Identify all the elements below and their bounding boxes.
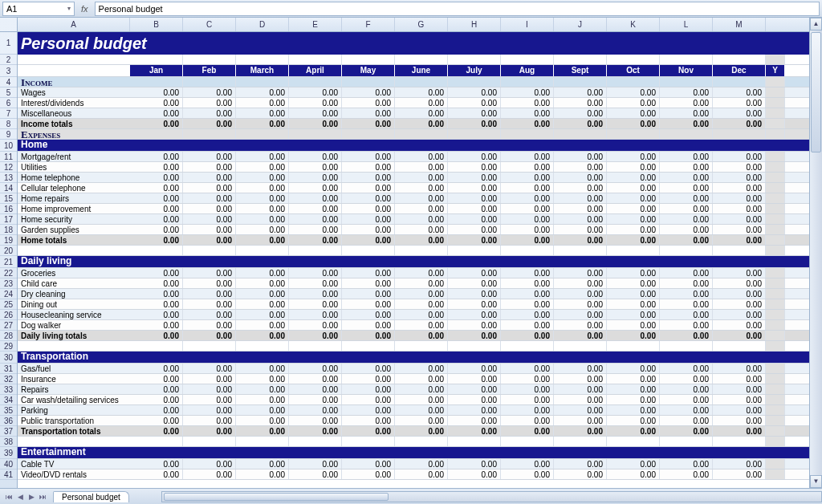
- name-box[interactable]: A1 ▾: [2, 2, 75, 16]
- data-cell[interactable]: 0.00: [236, 426, 289, 436]
- data-cell[interactable]: [448, 55, 501, 64]
- data-cell[interactable]: [766, 119, 785, 128]
- data-cell[interactable]: 0.00: [660, 108, 713, 118]
- data-cell[interactable]: [501, 341, 554, 351]
- data-cell[interactable]: 0.00: [236, 395, 289, 404]
- data-cell[interactable]: 0.00: [713, 152, 766, 161]
- data-cell[interactable]: 0.00: [236, 162, 289, 172]
- data-cell[interactable]: 0.00: [554, 98, 607, 108]
- data-cell[interactable]: 0.00: [501, 416, 554, 425]
- data-cell[interactable]: 0.00: [554, 289, 607, 299]
- data-cell[interactable]: [766, 214, 785, 224]
- data-cell[interactable]: 0.00: [607, 469, 660, 479]
- data-cell[interactable]: 0.00: [448, 374, 501, 384]
- data-cell[interactable]: 0.00: [607, 162, 660, 172]
- data-cell[interactable]: 0.00: [130, 459, 183, 469]
- data-cell[interactable]: 0.00: [607, 268, 660, 278]
- data-cell[interactable]: 0.00: [183, 225, 236, 234]
- data-cell[interactable]: 0.00: [395, 320, 448, 330]
- data-cell[interactable]: 0.00: [236, 310, 289, 319]
- data-cell[interactable]: [607, 246, 660, 255]
- data-cell[interactable]: 0.00: [713, 384, 766, 394]
- formula-input[interactable]: [95, 2, 820, 16]
- data-cell[interactable]: 0.00: [183, 173, 236, 182]
- data-cell[interactable]: 0.00: [183, 364, 236, 373]
- data-cell[interactable]: 0.00: [713, 426, 766, 436]
- data-cell[interactable]: 0.00: [448, 225, 501, 234]
- data-cell[interactable]: [183, 246, 236, 255]
- data-cell[interactable]: 0.00: [183, 384, 236, 394]
- data-cell[interactable]: 0.00: [660, 173, 713, 182]
- data-cell[interactable]: 0.00: [448, 98, 501, 108]
- data-cell[interactable]: [766, 246, 785, 255]
- data-cell[interactable]: 0.00: [236, 214, 289, 224]
- data-cell[interactable]: [766, 235, 785, 245]
- data-cell[interactable]: 0.00: [713, 173, 766, 182]
- data-cell[interactable]: [766, 341, 785, 351]
- data-cell[interactable]: 0.00: [130, 235, 183, 245]
- data-cell[interactable]: 0.00: [448, 183, 501, 193]
- data-cell[interactable]: [713, 77, 766, 87]
- data-cell[interactable]: 0.00: [183, 193, 236, 203]
- data-cell[interactable]: 0.00: [289, 87, 342, 97]
- tab-last-icon[interactable]: ⏭: [37, 491, 48, 502]
- data-cell[interactable]: 0.00: [130, 426, 183, 436]
- data-cell[interactable]: 0.00: [660, 183, 713, 193]
- row-header[interactable]: 22: [0, 268, 17, 278]
- data-cell[interactable]: [130, 77, 183, 87]
- chevron-down-icon[interactable]: ▾: [67, 5, 71, 12]
- data-cell[interactable]: 0.00: [660, 152, 713, 161]
- data-cell[interactable]: [130, 246, 183, 255]
- data-cell[interactable]: 0.00: [554, 310, 607, 319]
- col-header[interactable]: M: [713, 18, 766, 31]
- vscroll-track[interactable]: [810, 30, 822, 475]
- data-cell[interactable]: [501, 77, 554, 87]
- data-cell[interactable]: 0.00: [448, 289, 501, 299]
- data-cell[interactable]: 0.00: [236, 183, 289, 193]
- data-cell[interactable]: 0.00: [660, 416, 713, 425]
- data-cell[interactable]: 0.00: [607, 87, 660, 97]
- data-cell[interactable]: [766, 416, 785, 425]
- data-cell[interactable]: 0.00: [607, 395, 660, 404]
- data-cell[interactable]: 0.00: [183, 405, 236, 415]
- row-header[interactable]: 33: [0, 384, 17, 395]
- data-cell[interactable]: 0.00: [501, 204, 554, 213]
- data-cell[interactable]: 0.00: [236, 225, 289, 234]
- data-cell[interactable]: 0.00: [236, 331, 289, 340]
- data-cell[interactable]: 0.00: [607, 331, 660, 340]
- row-header[interactable]: 2: [0, 55, 17, 65]
- data-cell[interactable]: 0.00: [448, 204, 501, 213]
- data-cell[interactable]: [766, 55, 785, 64]
- data-cell[interactable]: [766, 173, 785, 182]
- data-cell[interactable]: 0.00: [501, 193, 554, 203]
- data-cell[interactable]: 0.00: [607, 173, 660, 182]
- data-cell[interactable]: 0.00: [130, 374, 183, 384]
- data-cell[interactable]: 0.00: [236, 459, 289, 469]
- data-cell[interactable]: 0.00: [289, 459, 342, 469]
- data-cell[interactable]: [660, 437, 713, 446]
- data-cell[interactable]: [766, 77, 785, 87]
- row-header[interactable]: 9: [0, 129, 17, 140]
- data-cell[interactable]: 0.00: [554, 320, 607, 330]
- data-cell[interactable]: [660, 55, 713, 64]
- data-cell[interactable]: 0.00: [342, 299, 395, 309]
- data-cell[interactable]: 0.00: [607, 416, 660, 425]
- data-cell[interactable]: 0.00: [236, 204, 289, 213]
- sheet-tab[interactable]: Personal budget: [53, 491, 129, 502]
- data-cell[interactable]: 0.00: [289, 173, 342, 182]
- data-cell[interactable]: 0.00: [554, 374, 607, 384]
- data-cell[interactable]: 0.00: [342, 268, 395, 278]
- data-cell[interactable]: [395, 341, 448, 351]
- data-cell[interactable]: 0.00: [501, 331, 554, 340]
- data-cell[interactable]: 0.00: [342, 183, 395, 193]
- data-cell[interactable]: 0.00: [713, 416, 766, 425]
- col-header[interactable]: F: [342, 18, 395, 31]
- data-cell[interactable]: 0.00: [289, 225, 342, 234]
- data-cell[interactable]: 0.00: [660, 364, 713, 373]
- data-cell[interactable]: 0.00: [395, 395, 448, 404]
- data-cell[interactable]: [289, 246, 342, 255]
- data-cell[interactable]: 0.00: [713, 87, 766, 97]
- data-cell[interactable]: 0.00: [130, 405, 183, 415]
- data-cell[interactable]: 0.00: [183, 214, 236, 224]
- data-cell[interactable]: [766, 469, 785, 479]
